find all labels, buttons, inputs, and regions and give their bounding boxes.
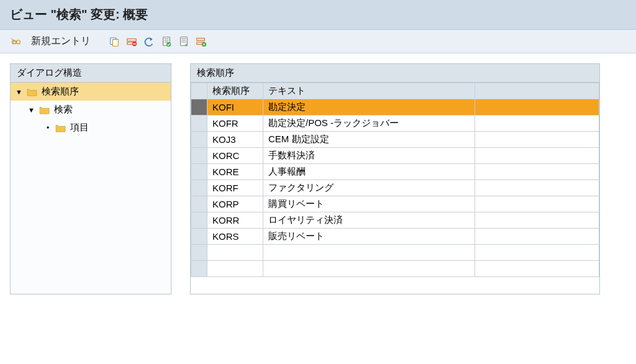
row-selector[interactable] <box>191 196 207 212</box>
tree-header: ダイアログ構造 <box>11 64 171 83</box>
cell-text[interactable] <box>263 261 475 277</box>
folder-icon <box>27 88 38 96</box>
cell-text[interactable] <box>263 245 475 261</box>
tree-item-label: 検索 <box>54 104 73 116</box>
table-row[interactable] <box>191 245 599 261</box>
row-selector[interactable] <box>191 99 207 116</box>
column-header-extra[interactable] <box>475 83 599 99</box>
cell-extra[interactable] <box>475 212 599 229</box>
table-row[interactable]: KORRロイヤリティ決済 <box>191 212 599 229</box>
table-row[interactable]: KOFR勘定決定/POS -ラックジョバー <box>191 116 599 132</box>
deselect-all-icon[interactable] <box>178 35 190 48</box>
cell-code[interactable]: KORR <box>207 212 263 229</box>
page-title: ビュー "検索" 変更: 概要 <box>10 7 148 21</box>
delete-row-icon[interactable] <box>125 35 138 48</box>
dialog-structure-tree: ダイアログ構造 ▼検索順序▼検索•項目 <box>10 63 171 294</box>
svg-point-9 <box>166 42 171 46</box>
cell-text[interactable]: 購買リベート <box>263 196 475 212</box>
cell-code[interactable]: KORF <box>207 180 263 196</box>
work-area: ダイアログ構造 ▼検索順序▼検索•項目 検索順序 検索順序 テキスト KOFI勘… <box>0 53 636 304</box>
row-selector[interactable] <box>191 132 207 148</box>
cell-extra[interactable] <box>475 196 599 212</box>
row-selector-header[interactable] <box>191 83 207 99</box>
svg-rect-4 <box>127 39 136 41</box>
folder-icon <box>39 106 50 114</box>
column-header-code[interactable]: 検索順序 <box>207 83 263 99</box>
folder-icon <box>55 124 66 132</box>
table-title: 検索順序 <box>191 64 599 83</box>
select-all-icon[interactable] <box>160 35 173 48</box>
cell-code[interactable]: KOJ3 <box>207 132 263 148</box>
table-row[interactable]: KORC手数料決済 <box>191 148 599 164</box>
table-row[interactable]: KORS販売リベート <box>191 229 599 245</box>
cell-extra[interactable] <box>475 261 599 277</box>
cell-text[interactable]: 人事報酬 <box>263 164 475 180</box>
tree-item-label: 検索順序 <box>42 86 79 98</box>
cell-code[interactable]: KOFR <box>207 116 263 132</box>
cell-extra[interactable] <box>475 99 599 116</box>
cell-text[interactable]: CEM 勘定設定 <box>263 132 475 148</box>
bullet-icon: • <box>44 124 52 132</box>
tree-item[interactable]: •項目 <box>11 119 171 137</box>
cell-extra[interactable] <box>475 116 599 132</box>
cell-extra[interactable] <box>475 229 599 245</box>
application-toolbar: 新規エントリ <box>0 30 636 53</box>
title-bar: ビュー "検索" 変更: 概要 <box>0 0 636 30</box>
glasses-icon[interactable] <box>10 35 22 48</box>
cell-code[interactable]: KORC <box>207 148 263 164</box>
cell-extra[interactable] <box>475 148 599 164</box>
table-row[interactable]: KORP購買リベート <box>191 196 599 212</box>
row-selector[interactable] <box>191 245 207 261</box>
svg-rect-11 <box>197 38 205 40</box>
row-selector[interactable] <box>191 116 207 132</box>
tree-item-label: 項目 <box>70 122 89 134</box>
svg-point-1 <box>16 40 20 43</box>
undo-icon[interactable] <box>143 35 155 48</box>
cell-extra[interactable] <box>475 132 599 148</box>
cell-code[interactable]: KORE <box>207 164 263 180</box>
copy-icon[interactable] <box>108 35 120 48</box>
search-sequence-table: 検索順序 検索順序 テキスト KOFI勘定決定KOFR勘定決定/POS -ラック… <box>190 63 600 294</box>
cell-text[interactable]: 勘定決定/POS -ラックジョバー <box>263 116 475 132</box>
tree-item[interactable]: ▼検索順序 <box>11 83 171 101</box>
cell-code[interactable] <box>207 245 263 261</box>
cell-extra[interactable] <box>475 245 599 261</box>
table-row[interactable] <box>191 261 599 277</box>
collapse-icon[interactable]: ▼ <box>16 88 23 96</box>
row-selector[interactable] <box>191 212 207 229</box>
svg-rect-7 <box>133 43 136 44</box>
svg-rect-10 <box>181 37 188 45</box>
svg-rect-3 <box>112 39 118 46</box>
column-header-text[interactable]: テキスト <box>263 83 475 99</box>
table-row[interactable]: KORE人事報酬 <box>191 164 599 180</box>
cell-extra[interactable] <box>475 164 599 180</box>
tree-item[interactable]: ▼検索 <box>11 101 171 119</box>
cell-text[interactable]: 販売リベート <box>263 229 475 245</box>
table-grid: 検索順序 テキスト KOFI勘定決定KOFR勘定決定/POS -ラックジョバーK… <box>191 83 599 277</box>
row-selector[interactable] <box>191 148 207 164</box>
row-selector[interactable] <box>191 229 207 245</box>
row-selector[interactable] <box>191 180 207 196</box>
new-entry-button[interactable]: 新規エントリ <box>27 35 94 48</box>
cell-code[interactable]: KOFI <box>207 99 263 116</box>
cell-text[interactable]: 勘定決定 <box>263 99 475 116</box>
table-row[interactable]: KORFファクタリング <box>191 180 599 196</box>
tree-body: ▼検索順序▼検索•項目 <box>11 83 171 294</box>
cell-text[interactable]: ファクタリング <box>263 180 475 196</box>
cell-text[interactable]: ロイヤリティ決済 <box>263 212 475 229</box>
cell-code[interactable]: KORS <box>207 229 263 245</box>
collapse-icon[interactable]: ▼ <box>28 106 35 114</box>
table-row[interactable]: KOJ3CEM 勘定設定 <box>191 132 599 148</box>
cell-text[interactable]: 手数料決済 <box>263 148 475 164</box>
cell-extra[interactable] <box>475 180 599 196</box>
restrict-icon[interactable] <box>195 35 207 48</box>
row-selector[interactable] <box>191 164 207 180</box>
table-row[interactable]: KOFI勘定決定 <box>191 99 599 116</box>
cell-code[interactable] <box>207 261 263 277</box>
cell-code[interactable]: KORP <box>207 196 263 212</box>
row-selector[interactable] <box>191 261 207 277</box>
